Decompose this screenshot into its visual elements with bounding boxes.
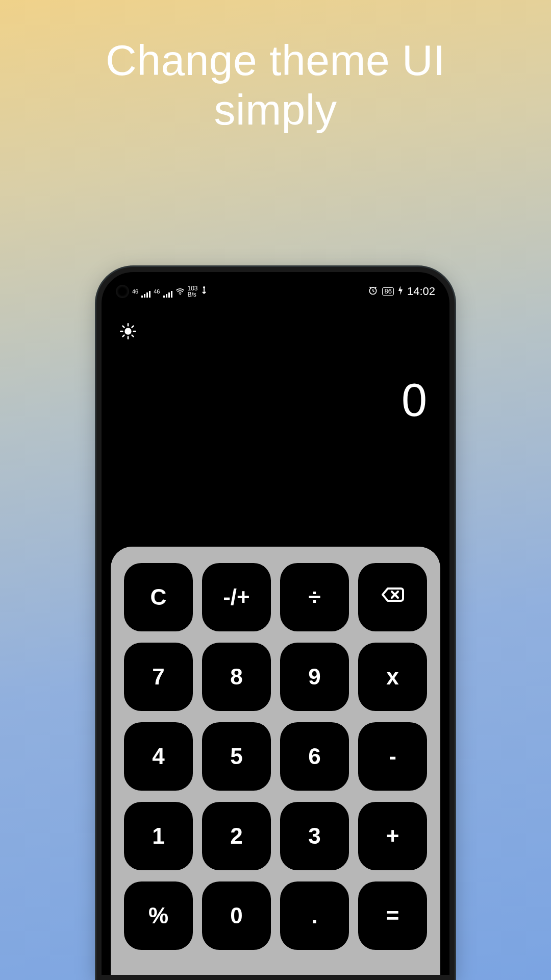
status-time: 14:02 (407, 285, 435, 298)
hero-title: Change theme UI simply (106, 36, 445, 134)
add-button[interactable]: + (358, 802, 427, 870)
speed-bottom: B/s (188, 291, 198, 298)
theme-toggle-button[interactable] (117, 321, 139, 343)
network-label-1: 46 (132, 288, 138, 295)
network-label-2: 46 (154, 288, 160, 295)
calculator-keypad: C -/+ ÷ 7 8 9 x 4 5 6 - 1 2 3 + % 0 . = (111, 547, 440, 975)
clear-button[interactable]: C (124, 563, 193, 631)
digit-4-button[interactable]: 4 (124, 722, 193, 791)
digit-9-button[interactable]: 9 (280, 643, 349, 711)
digit-6-button[interactable]: 6 (280, 722, 349, 791)
charging-icon (398, 286, 403, 298)
status-bar-right: 86 14:02 (368, 285, 435, 298)
signal-bars-icon (141, 290, 151, 298)
signal-bars-icon (163, 290, 172, 298)
hero-title-line2: simply (214, 86, 337, 134)
backspace-icon (381, 582, 405, 612)
hero-title-line1: Change theme UI (106, 36, 445, 84)
sun-icon (120, 323, 136, 341)
digit-0-button[interactable]: 0 (202, 881, 271, 950)
svg-line-12 (132, 326, 134, 327)
volume-button (454, 461, 455, 527)
negate-button[interactable]: -/+ (202, 563, 271, 631)
alarm-icon (368, 285, 378, 298)
decimal-button[interactable]: . (280, 881, 349, 950)
svg-line-11 (123, 335, 124, 336)
svg-line-9 (123, 326, 124, 327)
svg-point-0 (180, 294, 181, 295)
wifi-icon (176, 286, 185, 298)
status-bar: 46 46 103 B/s 86 14:02 (102, 281, 449, 302)
digit-5-button[interactable]: 5 (202, 722, 271, 791)
digit-2-button[interactable]: 2 (202, 802, 271, 870)
power-button (454, 548, 455, 594)
percent-button[interactable]: % (124, 881, 193, 950)
multiply-button[interactable]: x (358, 643, 427, 711)
status-bar-left: 46 46 103 B/s (132, 285, 207, 298)
digit-1-button[interactable]: 1 (124, 802, 193, 870)
usb-icon (201, 286, 207, 298)
subtract-button[interactable]: - (358, 722, 427, 791)
svg-line-10 (132, 335, 134, 336)
svg-point-4 (124, 328, 131, 334)
backspace-button[interactable] (358, 563, 427, 631)
phone-mockup: 46 46 103 B/s 86 14:02 (96, 267, 455, 980)
camera-hole (117, 286, 128, 297)
battery-level: 86 (382, 287, 393, 296)
digit-3-button[interactable]: 3 (280, 802, 349, 870)
digit-8-button[interactable]: 8 (202, 643, 271, 711)
digit-7-button[interactable]: 7 (124, 643, 193, 711)
network-speed: 103 B/s (188, 285, 198, 298)
calculator-display: 0 (402, 374, 427, 427)
divide-button[interactable]: ÷ (280, 563, 349, 631)
equals-button[interactable]: = (358, 881, 427, 950)
